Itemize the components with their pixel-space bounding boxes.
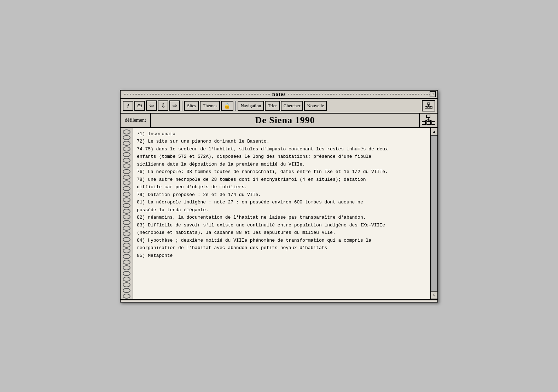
svg-rect-7 bbox=[426, 115, 430, 117]
help-button[interactable]: ? bbox=[123, 101, 133, 111]
forward-button[interactable]: ⇨ bbox=[169, 100, 180, 111]
spiral-ring bbox=[123, 141, 130, 146]
content-line: 72) Le site sur une pianoro dominant le … bbox=[137, 138, 427, 145]
spiral-ring bbox=[123, 282, 130, 287]
title-bar: notes □ bbox=[121, 91, 437, 99]
toolbar: ? 🗃 ⇦ ⇩ ⇨ Sites Thèmes 🔒 Navigation Trie… bbox=[121, 99, 437, 114]
network-icon bbox=[422, 115, 435, 126]
spiral-ring bbox=[123, 237, 130, 242]
content-line: 74-75) dans le secteur de l'habitat, sit… bbox=[137, 146, 427, 153]
defilement-button[interactable]: défilement bbox=[121, 114, 151, 127]
spiral-ring bbox=[123, 203, 130, 208]
svg-rect-3 bbox=[430, 106, 432, 108]
svg-rect-1 bbox=[425, 106, 427, 108]
spiral-ring bbox=[123, 214, 130, 219]
spiral-ring bbox=[123, 226, 130, 231]
content-line: 81) La nécropole indigène : note 27 : on… bbox=[137, 199, 427, 206]
content-line: 78) une autre nécropole de 28 tombes don… bbox=[137, 176, 427, 183]
content-line: sicilienne date la déposition de la prem… bbox=[137, 161, 427, 168]
network-small-icon bbox=[425, 102, 432, 110]
lock-button[interactable]: 🔒 bbox=[221, 101, 233, 111]
down-button[interactable]: ⇩ bbox=[158, 100, 168, 111]
down-arrow-icon: ⇩ bbox=[161, 102, 165, 109]
network-small-button[interactable] bbox=[422, 100, 435, 111]
chercher-button[interactable]: Chercher bbox=[281, 101, 303, 111]
spiral-ring bbox=[123, 169, 130, 174]
spiral-ring bbox=[123, 186, 130, 191]
content-line: (nécropole et habitats), la cabanne 88 e… bbox=[137, 229, 427, 236]
question-icon: ? bbox=[127, 103, 129, 109]
scroll-up-button[interactable]: ▲ bbox=[431, 128, 438, 136]
content-line: réorganisation de l'habitat avec abandon… bbox=[137, 244, 427, 252]
content-line: 84) Hypothèse ; deuxième moitié du VIIIe… bbox=[137, 237, 427, 244]
cabinet-icon: 🗃 bbox=[137, 103, 142, 109]
navigation-button[interactable]: Navigation bbox=[238, 101, 264, 111]
nouvelle-button[interactable]: Nouvelle bbox=[304, 101, 327, 111]
content-line: 71) Incoronata bbox=[137, 131, 427, 138]
main-window: notes □ ? 🗃 ⇦ ⇩ ⇨ Sites Thèmes 🔒 Navigat… bbox=[120, 90, 438, 302]
back-button[interactable]: ⇦ bbox=[146, 100, 157, 111]
scroll-up-arrow-icon: ▲ bbox=[432, 129, 436, 133]
content-line: possède la tenda élégante. bbox=[137, 207, 427, 214]
content-line: enfants (tombe 572 et 572A), disposées l… bbox=[137, 153, 427, 160]
spiral-ring bbox=[123, 277, 130, 282]
trier-button[interactable]: Trier bbox=[265, 101, 280, 111]
cabinet-button[interactable]: 🗃 bbox=[134, 101, 145, 111]
spiral-ring bbox=[123, 248, 130, 253]
content-line: 83) Difficile de savoir s'il existe une … bbox=[137, 222, 427, 229]
spiral-binding bbox=[121, 128, 133, 299]
spiral-ring bbox=[123, 135, 130, 140]
spiral-ring bbox=[123, 231, 130, 236]
title-bar-right-lines bbox=[288, 94, 434, 94]
scroll-down-arrow-icon: ▽ bbox=[433, 293, 436, 297]
svg-rect-8 bbox=[422, 122, 425, 125]
themes-button[interactable]: Thèmes bbox=[200, 101, 220, 111]
lock-icon: 🔒 bbox=[224, 103, 231, 109]
content-line: 85) Métaponte bbox=[137, 252, 427, 259]
svg-rect-9 bbox=[427, 122, 430, 125]
network-button[interactable] bbox=[419, 114, 437, 127]
scroll-down-button[interactable]: ▽ bbox=[431, 291, 438, 299]
svg-rect-10 bbox=[432, 122, 435, 125]
content-line: 79) Datation proposée : 2e et 3e 1/4 du … bbox=[137, 191, 427, 198]
spiral-ring bbox=[123, 158, 130, 163]
spiral-ring bbox=[123, 260, 130, 265]
toolbar-separator-1 bbox=[182, 101, 182, 111]
document-title: De Siena 1990 bbox=[151, 114, 419, 127]
spiral-ring bbox=[123, 288, 130, 293]
content-line: difficile car peu d'objets de mobiliers. bbox=[137, 184, 427, 191]
spiral-ring bbox=[123, 163, 130, 168]
scrollbar: ▲ ▽ bbox=[430, 128, 437, 299]
main-area: 71) Incoronata72) Le site sur une pianor… bbox=[121, 128, 437, 299]
svg-rect-0 bbox=[428, 103, 430, 104]
spiral-ring bbox=[123, 254, 130, 259]
spiral-ring bbox=[123, 197, 130, 202]
scroll-track bbox=[431, 136, 437, 291]
toolbar-separator-2 bbox=[235, 101, 236, 111]
spiral-ring bbox=[123, 271, 130, 276]
sites-button[interactable]: Sites bbox=[184, 101, 199, 111]
sub-header: défilement De Siena 1990 bbox=[121, 114, 437, 128]
close-button[interactable]: □ bbox=[430, 91, 436, 97]
spiral-ring bbox=[123, 175, 130, 180]
spiral-ring bbox=[123, 294, 130, 299]
left-arrow-icon: ⇦ bbox=[149, 102, 154, 109]
spiral-ring bbox=[123, 265, 130, 270]
spiral-ring bbox=[123, 180, 130, 185]
spiral-ring bbox=[123, 152, 130, 157]
content-area: 71) Incoronata72) Le site sur une pianor… bbox=[133, 128, 430, 299]
title-bar-left-lines bbox=[124, 94, 270, 94]
content-line: 82) néanmoins, la documentation de l'hab… bbox=[137, 214, 427, 221]
spiral-ring bbox=[123, 209, 130, 214]
svg-rect-2 bbox=[428, 106, 430, 108]
spiral-ring bbox=[123, 220, 130, 225]
content-line: 76) La nécropole: 38 tombes toutes de ra… bbox=[137, 168, 427, 175]
window-title: notes bbox=[272, 91, 286, 97]
spiral-ring bbox=[123, 129, 130, 134]
spiral-ring bbox=[123, 146, 130, 151]
spiral-ring bbox=[123, 243, 130, 248]
right-arrow-icon: ⇨ bbox=[173, 102, 177, 109]
window-bottom bbox=[121, 299, 437, 302]
spiral-ring bbox=[123, 192, 130, 197]
